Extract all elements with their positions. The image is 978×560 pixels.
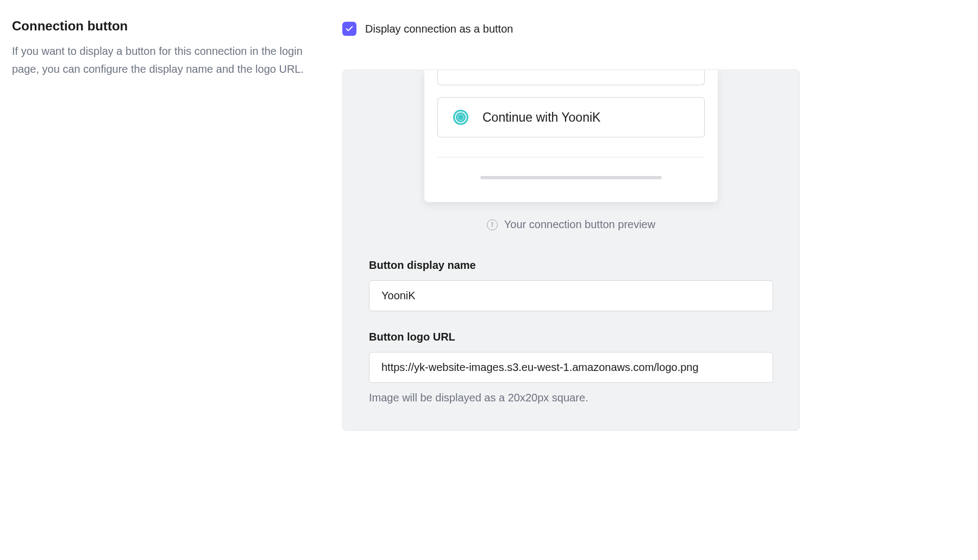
preview-caption: ! Your connection button preview (369, 218, 773, 231)
button-display-name-label: Button display name (369, 259, 773, 272)
provider-logo-icon (453, 110, 468, 125)
button-logo-url-label: Button logo URL (369, 331, 773, 343)
button-display-name-input[interactable] (369, 280, 773, 311)
section-description: If you want to display a button for this… (12, 42, 316, 78)
continue-with-provider-button[interactable]: Continue with YooniK (437, 97, 705, 137)
display-as-button-row: Display connection as a button (342, 16, 800, 36)
preview-divider (437, 157, 705, 179)
section-controls: Display connection as a button Continue … (342, 16, 800, 431)
display-as-button-checkbox[interactable] (342, 22, 356, 36)
button-display-name-field: Button display name (369, 259, 773, 311)
button-logo-url-help: Image will be displayed as a 20x20px squ… (369, 392, 773, 404)
preview-caption-text: Your connection button preview (504, 218, 655, 231)
info-icon: ! (487, 219, 498, 230)
preview-placeholder-bar (480, 176, 662, 179)
display-as-button-label[interactable]: Display connection as a button (365, 23, 513, 35)
button-logo-url-input[interactable] (369, 352, 773, 383)
section-title: Connection button (12, 18, 316, 34)
preview-panel: Continue with YooniK ! Your connection b… (342, 70, 800, 431)
check-icon (345, 24, 354, 33)
section-info: Connection button If you want to display… (12, 16, 316, 431)
button-logo-url-field: Button logo URL Image will be displayed … (369, 331, 773, 404)
preview-input-stub (437, 70, 705, 85)
preview-card: Continue with YooniK (424, 70, 718, 202)
continue-button-label: Continue with YooniK (482, 110, 600, 125)
